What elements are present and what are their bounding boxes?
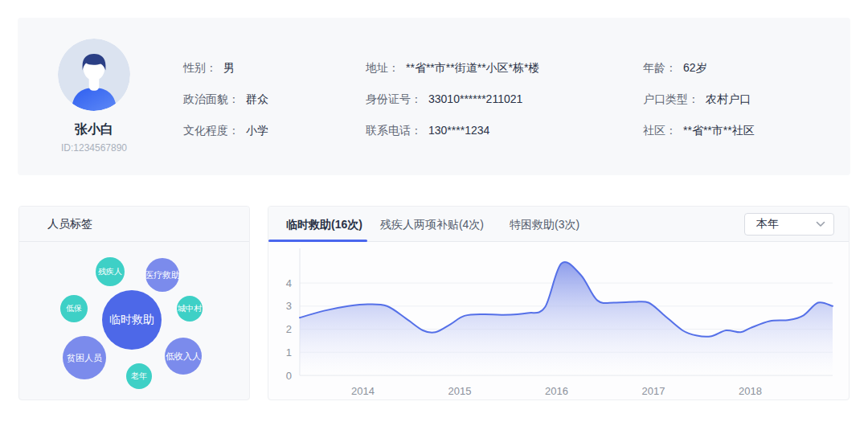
tag-bubble[interactable]: 低保 (60, 295, 88, 322)
field-label: 户口类型： (643, 91, 699, 107)
tag-bubble-label: 低收入人 (166, 350, 201, 363)
field-label: 性别： (183, 59, 217, 76)
assistance-tabs: 临时救助(16次)残疾人两项补贴(4次)特困救助(3次) (268, 207, 592, 242)
profile-field: 政治面貌：群众 (183, 91, 366, 107)
person-avatar-icon (58, 39, 130, 111)
profile-fields: 性别：男政治面貌：群众文化程度：小学地址：**省**市**街道**小区*栋*楼身… (170, 18, 850, 175)
profile-field: 身份证号：33010******211021 (366, 91, 643, 107)
field-value: 小学 (246, 122, 268, 138)
profile-field: 户口类型：农村户口 (643, 91, 836, 107)
field-label: 文化程度： (183, 122, 240, 138)
svg-text:2018: 2018 (739, 385, 762, 397)
tab-label: 残疾人两项补贴(4次) (380, 218, 484, 231)
tag-bubble[interactable]: 老年 (126, 363, 152, 389)
person-tags-panel: 人员标签 残疾人医疗救助低保城中村临时救助贫困人员低收入人老年 (18, 206, 250, 400)
svg-text:0: 0 (286, 370, 292, 382)
field-value: 农村户口 (706, 91, 751, 107)
field-value: 62岁 (683, 59, 707, 76)
field-label: 年龄： (643, 59, 677, 76)
svg-text:2015: 2015 (448, 385, 471, 397)
field-value: 130****1234 (428, 122, 489, 138)
profile-field: 联系电话：130****1234 (366, 122, 643, 138)
avatar (58, 39, 130, 111)
field-value: 33010******211021 (428, 91, 522, 107)
field-label: 政治面貌： (183, 91, 240, 107)
tag-bubble-label: 老年 (131, 371, 147, 382)
profile-field: 性别：男 (183, 59, 366, 76)
profile-field: 社区：**省**市**社区 (643, 122, 836, 138)
active-tab-underline (268, 240, 367, 242)
field-value: **省**市**街道**小区*栋*楼 (406, 59, 539, 76)
person-detail-page: 张小白 ID:1234567890 性别：男政治面貌：群众文化程度：小学地址：*… (0, 0, 868, 422)
year-filter-select[interactable]: 本年 (744, 213, 834, 236)
svg-text:2014: 2014 (351, 385, 375, 397)
tag-bubble[interactable]: 低收入人 (165, 338, 202, 375)
tag-bubble[interactable]: 医疗救助 (145, 258, 179, 292)
tag-bubble[interactable]: 残疾人 (96, 257, 125, 286)
svg-text:2017: 2017 (642, 385, 665, 397)
profile-field-column: 年龄：62岁户口类型：农村户口社区：**省**市**社区 (643, 59, 836, 175)
profile-field: 年龄：62岁 (643, 59, 836, 76)
person-id: ID:1234567890 (61, 142, 127, 154)
tag-bubble[interactable]: 临时救助 (102, 290, 162, 350)
tag-bubble[interactable]: 贫困人员 (63, 336, 106, 379)
field-label: 社区： (643, 122, 677, 138)
svg-text:2: 2 (286, 323, 292, 335)
svg-text:2016: 2016 (545, 385, 568, 397)
field-value: 男 (223, 59, 235, 76)
tag-bubble-label: 城中村 (178, 303, 202, 314)
svg-text:3: 3 (286, 300, 292, 312)
assistance-panel-header: 临时救助(16次)残疾人两项补贴(4次)特困救助(3次) 本年 (268, 207, 849, 242)
tab-0[interactable]: 临时救助(16次) (268, 207, 367, 242)
tag-bubble-cloud: 残疾人医疗救助低保城中村临时救助贫困人员低收入人老年 (19, 242, 249, 400)
field-label: 身份证号： (366, 91, 422, 107)
person-name: 张小白 (75, 121, 113, 138)
tag-bubble-label: 贫困人员 (67, 352, 102, 364)
assistance-trend-chart: 0123420142015201620172018 (268, 242, 849, 399)
tag-bubble-label: 医疗救助 (145, 269, 180, 281)
tags-panel-title: 人员标签 (19, 217, 92, 231)
tab-1[interactable]: 残疾人两项补贴(4次) (367, 207, 497, 242)
tag-bubble-label: 低保 (66, 303, 82, 314)
tab-label: 特困救助(3次) (510, 218, 579, 231)
assistance-panel: 临时救助(16次)残疾人两项补贴(4次)特困救助(3次) 本年 01234201… (268, 206, 850, 400)
profile-card: 张小白 ID:1234567890 性别：男政治面貌：群众文化程度：小学地址：*… (18, 18, 850, 175)
tag-bubble[interactable]: 城中村 (177, 296, 203, 322)
profile-field: 文化程度：小学 (183, 122, 366, 138)
tags-panel-header: 人员标签 (19, 207, 249, 242)
tag-bubble-label: 残疾人 (98, 266, 122, 277)
svg-text:4: 4 (286, 277, 292, 289)
field-label: 联系电话： (366, 122, 422, 138)
profile-field-column: 性别：男政治面貌：群众文化程度：小学 (183, 59, 366, 175)
field-value: 群众 (246, 91, 268, 107)
field-value: **省**市**社区 (683, 122, 755, 138)
profile-field-column: 地址：**省**市**街道**小区*栋*楼身份证号：33010******211… (366, 59, 643, 175)
profile-field: 地址：**省**市**街道**小区*栋*楼 (366, 59, 643, 76)
chevron-down-icon (816, 221, 825, 227)
tab-label: 临时救助(16次) (286, 218, 362, 231)
tag-bubble-label: 临时救助 (109, 313, 154, 327)
svg-text:1: 1 (286, 346, 292, 358)
year-filter-value: 本年 (756, 217, 779, 231)
avatar-column: 张小白 ID:1234567890 (18, 18, 170, 175)
tab-2[interactable]: 特困救助(3次) (497, 207, 592, 242)
field-label: 地址： (366, 59, 399, 76)
